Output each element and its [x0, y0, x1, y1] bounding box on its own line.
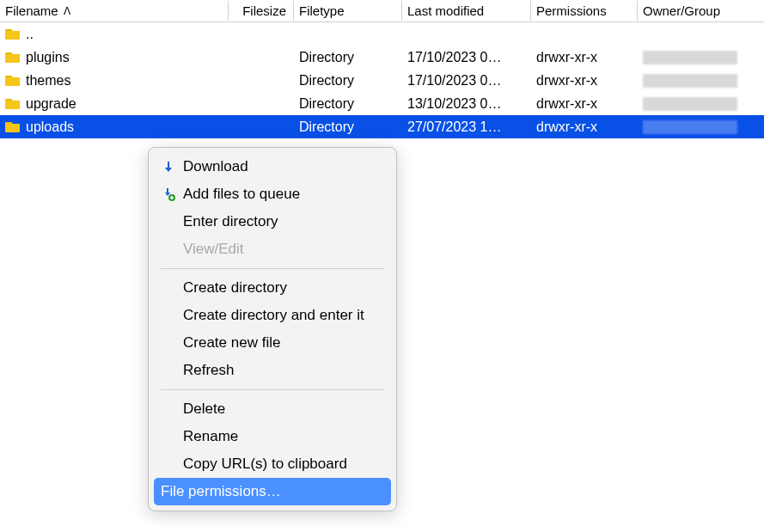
file-size-cell: [229, 102, 294, 106]
file-name-label: uploads: [26, 119, 74, 135]
menu-item-download[interactable]: Download: [149, 153, 396, 180]
file-name-label: themes: [26, 73, 70, 89]
column-header-filesize-label: Filesize: [242, 3, 286, 18]
sort-ascending-icon: ᐱ: [64, 5, 70, 17]
add-queue-icon: [161, 187, 176, 202]
menu-item-create-directory-label: Create directory: [183, 279, 287, 297]
menu-separator: [161, 268, 384, 269]
file-name-cell: plugins: [0, 48, 229, 67]
file-type-cell: Directory: [294, 71, 402, 90]
file-name-cell: uploads: [0, 118, 229, 137]
menu-item-add-queue-label: Add files to queue: [183, 186, 300, 203]
column-header-permissions[interactable]: Permissions: [531, 1, 638, 21]
owner-redacted: [643, 74, 737, 88]
file-type-cell: Directory: [294, 118, 402, 137]
file-row[interactable]: ..: [0, 22, 764, 46]
file-owner-cell: [638, 72, 741, 89]
file-list: ..pluginsDirectory17/10/2023 0…drwxr-xr-…: [0, 22, 764, 138]
menu-item-enter-directory[interactable]: Enter directory: [149, 208, 396, 235]
column-header-owner[interactable]: Owner/Group: [638, 1, 741, 21]
owner-redacted: [643, 51, 737, 64]
owner-redacted: [643, 120, 737, 134]
owner-redacted: [643, 97, 737, 111]
file-type-cell: Directory: [294, 95, 402, 113]
menu-item-create-file-label: Create new file: [183, 334, 280, 352]
file-size-cell: [229, 125, 294, 129]
menu-item-add-queue[interactable]: Add files to queue: [149, 180, 396, 208]
file-perms-cell: drwxr-xr-x: [531, 118, 638, 137]
file-name-cell: themes: [0, 71, 229, 90]
menu-item-view-edit-label: View/Edit: [183, 241, 244, 258]
menu-item-create-directory[interactable]: Create directory: [149, 274, 396, 302]
column-header-lastmodified-label: Last modified: [407, 3, 484, 18]
menu-item-delete-label: Delete: [183, 401, 225, 418]
download-icon: [161, 159, 176, 174]
folder-icon: [5, 97, 21, 110]
file-lastmod-cell: 27/07/2023 1…: [402, 118, 531, 137]
folder-icon: [5, 51, 21, 64]
file-row[interactable]: themesDirectory17/10/2023 0…drwxr-xr-x: [0, 69, 764, 92]
file-perms-cell: [531, 33, 638, 36]
file-lastmod-cell: 17/10/2023 0…: [402, 48, 531, 67]
folder-icon: [5, 74, 21, 87]
menu-item-file-permissions-label: File permissions…: [161, 483, 281, 500]
file-name-cell: upgrade: [0, 95, 229, 113]
file-name-label: upgrade: [26, 96, 76, 112]
menu-item-create-file[interactable]: Create new file: [149, 329, 396, 357]
menu-item-copy-urls[interactable]: Copy URL(s) to clipboard: [149, 450, 396, 478]
column-header-row: Filename ᐱ Filesize Filetype Last modifi…: [0, 0, 764, 22]
column-header-filesize[interactable]: Filesize: [229, 1, 294, 21]
file-perms-cell: drwxr-xr-x: [531, 71, 638, 90]
folder-icon: [5, 28, 21, 40]
menu-item-refresh-label: Refresh: [183, 362, 235, 379]
folder-icon: [5, 120, 21, 133]
menu-item-enter-directory-label: Enter directory: [183, 213, 278, 230]
file-size-cell: [229, 79, 294, 83]
file-owner-cell: [638, 33, 741, 36]
menu-item-delete[interactable]: Delete: [149, 395, 396, 423]
column-header-filetype[interactable]: Filetype: [294, 1, 402, 21]
file-lastmod-cell: [402, 33, 531, 36]
menu-item-create-directory-enter[interactable]: Create directory and enter it: [149, 302, 396, 329]
column-header-filename-label: Filename: [5, 3, 58, 18]
file-lastmod-cell: 17/10/2023 0…: [402, 71, 531, 90]
column-header-filename[interactable]: Filename ᐱ: [0, 1, 229, 21]
file-type-cell: [294, 33, 402, 36]
context-menu: Download Add files to queue Enter direct…: [148, 147, 397, 511]
file-row[interactable]: upgradeDirectory13/10/2023 0…drwxr-xr-x: [0, 92, 764, 115]
file-perms-cell: drwxr-xr-x: [531, 95, 638, 113]
menu-separator: [161, 389, 384, 390]
file-size-cell: [229, 33, 294, 36]
menu-item-refresh[interactable]: Refresh: [149, 357, 396, 384]
file-lastmod-cell: 13/10/2023 0…: [402, 95, 531, 113]
menu-item-rename[interactable]: Rename: [149, 423, 396, 450]
column-header-filetype-label: Filetype: [299, 3, 345, 18]
menu-item-view-edit: View/Edit: [149, 235, 396, 263]
file-size-cell: [229, 56, 294, 59]
file-row[interactable]: uploadsDirectory27/07/2023 1…drwxr-xr-x: [0, 115, 764, 138]
file-owner-cell: [638, 49, 741, 66]
file-owner-cell: [638, 119, 741, 136]
file-name-cell: ..: [0, 25, 229, 44]
file-owner-cell: [638, 95, 741, 113]
file-perms-cell: drwxr-xr-x: [531, 48, 638, 67]
column-header-lastmodified[interactable]: Last modified: [402, 1, 531, 21]
menu-item-file-permissions[interactable]: File permissions…: [154, 478, 391, 505]
menu-item-create-directory-enter-label: Create directory and enter it: [183, 307, 364, 324]
file-name-label: ..: [26, 27, 34, 42]
menu-item-rename-label: Rename: [183, 428, 238, 445]
file-type-cell: Directory: [294, 48, 402, 67]
menu-item-copy-urls-label: Copy URL(s) to clipboard: [183, 456, 347, 473]
file-name-label: plugins: [26, 50, 70, 65]
menu-item-download-label: Download: [183, 158, 248, 175]
column-header-owner-label: Owner/Group: [643, 3, 720, 18]
column-header-permissions-label: Permissions: [536, 3, 607, 18]
file-row[interactable]: pluginsDirectory17/10/2023 0…drwxr-xr-x: [0, 46, 764, 69]
